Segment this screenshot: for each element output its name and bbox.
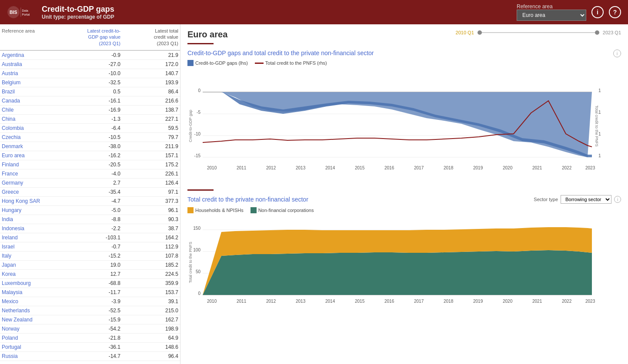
- svg-text:2012: 2012: [266, 299, 276, 304]
- table-row: India -8.8 90.3: [0, 215, 180, 224]
- country-name[interactable]: Greece: [2, 189, 63, 195]
- country-name[interactable]: Italy: [2, 253, 63, 259]
- country-name[interactable]: Mexico: [2, 298, 63, 304]
- table-row: Poland -21.8 64.9: [0, 334, 180, 343]
- slider-left-thumb[interactable]: [478, 30, 482, 35]
- svg-text:2014: 2014: [325, 165, 335, 170]
- table-row: Indonesia -2.2 38.7: [0, 224, 180, 233]
- help-button[interactable]: ?: [609, 6, 621, 18]
- chart2-info-icon[interactable]: i: [614, 196, 621, 203]
- svg-text:2011: 2011: [237, 299, 247, 304]
- ref-area-select[interactable]: Euro area Argentina Australia Austria Be…: [517, 10, 586, 21]
- country-name[interactable]: Colombia: [2, 125, 63, 131]
- svg-text:Portal: Portal: [22, 13, 30, 16]
- svg-text:-10: -10: [194, 132, 201, 136]
- country-name[interactable]: Poland: [2, 335, 63, 341]
- table-row: Korea 12.7 224.5: [0, 270, 180, 279]
- legend-gap: Credit-to-GDP gaps (lhs): [187, 60, 248, 66]
- country-name[interactable]: Ireland: [2, 235, 63, 241]
- country-name[interactable]: China: [2, 116, 63, 122]
- country-name[interactable]: Indonesia: [2, 225, 63, 232]
- country-name[interactable]: Japan: [2, 262, 63, 268]
- country-name[interactable]: France: [2, 171, 63, 177]
- credit-value: 216.6: [120, 98, 178, 104]
- country-name[interactable]: India: [2, 216, 63, 222]
- country-name[interactable]: Norway: [2, 326, 63, 332]
- gap-value: -14.7: [63, 353, 120, 359]
- table-row: France -4.0 226.1: [0, 169, 180, 179]
- chart1-section: Credit-to-GDP gaps and total credit to t…: [187, 50, 621, 182]
- table-row: Germany 2.7 126.4: [0, 179, 180, 188]
- country-name[interactable]: Australia: [2, 61, 63, 67]
- svg-text:0: 0: [198, 88, 200, 93]
- country-name[interactable]: New Zealand: [2, 317, 63, 323]
- country-name[interactable]: Brazil: [2, 89, 63, 95]
- app-header: BIS Data Portal Credit-to-GDP gaps Unit …: [0, 0, 628, 24]
- area-title: Euro area: [187, 30, 227, 40]
- gap-area-blue: [203, 92, 592, 157]
- svg-text:Total credit to the PNFS: Total credit to the PNFS: [188, 242, 193, 283]
- info-button[interactable]: i: [591, 6, 604, 18]
- svg-text:2010: 2010: [207, 165, 217, 170]
- country-name[interactable]: Finland: [2, 162, 63, 168]
- gap-value: -4.7: [63, 198, 120, 204]
- table-row: China -1.3 227.1: [0, 115, 180, 124]
- table-row: Canada -16.1 216.6: [0, 96, 180, 106]
- credit-value: 215.0: [120, 308, 178, 314]
- svg-text:2014: 2014: [325, 299, 335, 304]
- svg-text:2016: 2016: [384, 299, 394, 304]
- table-row: New Zealand -15.9 162.7: [0, 315, 180, 324]
- country-name[interactable]: Malaysia: [2, 289, 63, 295]
- table-row: Russia -14.7 96.4: [0, 352, 180, 361]
- svg-text:Credit-to-GDP gap: Credit-to-GDP gap: [188, 110, 193, 142]
- country-name[interactable]: Luxembourg: [2, 280, 63, 286]
- country-name[interactable]: Euro area: [2, 152, 63, 159]
- country-name[interactable]: Hong Kong SAR: [2, 198, 63, 204]
- svg-text:-5: -5: [197, 110, 200, 115]
- country-name[interactable]: Netherlands: [2, 308, 63, 314]
- country-name[interactable]: Belgium: [2, 79, 63, 86]
- svg-text:2020: 2020: [503, 299, 513, 304]
- country-name[interactable]: Chile: [2, 107, 63, 113]
- country-name[interactable]: Hungary: [2, 207, 63, 213]
- credit-value: 162.7: [120, 317, 178, 323]
- svg-text:175: 175: [598, 88, 601, 93]
- country-name[interactable]: Russia: [2, 353, 63, 359]
- time-slider[interactable]: [478, 30, 599, 36]
- country-name[interactable]: Denmark: [2, 143, 63, 149]
- gap-value: -38.0: [63, 143, 120, 149]
- table-row: Ireland -103.1 164.2: [0, 233, 180, 242]
- country-name[interactable]: Israel: [2, 244, 63, 250]
- svg-text:2022: 2022: [562, 299, 572, 304]
- country-name[interactable]: Argentina: [2, 52, 63, 58]
- credit-value: 86.4: [120, 89, 178, 95]
- country-name[interactable]: Czechia: [2, 134, 63, 140]
- table-header: Reference area Latest credit-to- GDP gap…: [0, 24, 180, 51]
- gap-value: -1.3: [63, 116, 120, 122]
- svg-text:2015: 2015: [355, 165, 365, 170]
- credit-value: 148.6: [120, 344, 178, 350]
- chart1-info-icon[interactable]: i: [613, 50, 621, 57]
- slider-right-thumb[interactable]: [595, 30, 599, 35]
- country-name[interactable]: Germany: [2, 180, 63, 186]
- sector-type-select[interactable]: Borrowing sector Lending sector: [561, 195, 611, 204]
- country-name[interactable]: Portugal: [2, 344, 63, 350]
- credit-value: 64.9: [120, 335, 178, 341]
- svg-text:-15: -15: [194, 153, 201, 158]
- svg-text:50: 50: [196, 269, 201, 274]
- legend-gap-box: [187, 60, 194, 66]
- table-row: Japan 19.0 185.2: [0, 261, 180, 270]
- credit-value: 126.4: [120, 180, 178, 186]
- country-name[interactable]: Austria: [2, 70, 63, 76]
- gap-value: -32.5: [63, 79, 120, 86]
- svg-text:2018: 2018: [444, 165, 454, 170]
- svg-text:2023: 2023: [585, 299, 595, 304]
- credit-value: 224.5: [120, 271, 178, 277]
- country-name[interactable]: Korea: [2, 271, 63, 277]
- gap-value: -6.4: [63, 125, 120, 131]
- country-name[interactable]: Canada: [2, 98, 63, 104]
- table-row: Mexico -3.9 39.1: [0, 297, 180, 306]
- gap-value: -16.1: [63, 98, 120, 104]
- credit-value: 97.1: [120, 189, 178, 195]
- gap-value: 12.7: [63, 271, 120, 277]
